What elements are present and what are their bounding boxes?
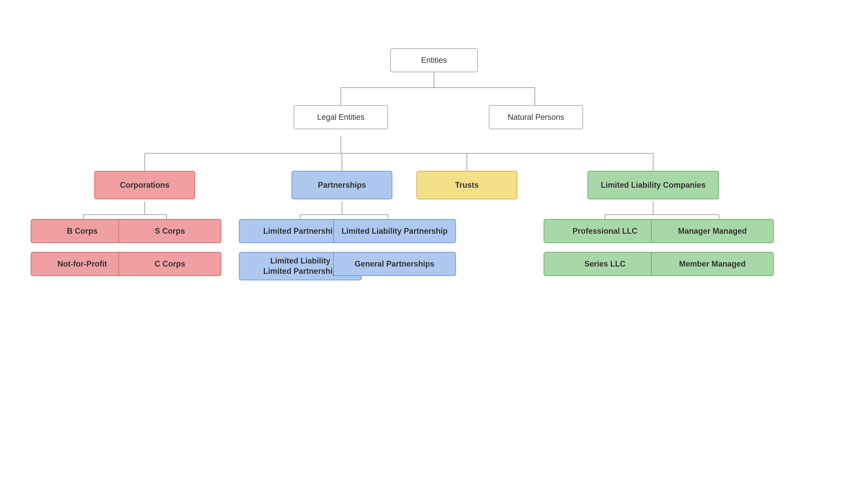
c-corps-node[interactable]: C Corps <box>118 252 221 276</box>
general-partnerships-node[interactable]: General Partnerships <box>333 252 456 276</box>
connectors-svg <box>0 0 868 488</box>
llc-node[interactable]: Limited Liability Companies <box>587 171 719 199</box>
llp-node[interactable]: Limited Liability Partnership <box>333 219 456 243</box>
series-llc-node[interactable]: Series LLC <box>544 252 666 276</box>
professional-llc-node[interactable]: Professional LLC <box>544 219 666 243</box>
legal-entities-node[interactable]: Legal Entities <box>294 105 388 129</box>
corporations-node[interactable]: Corporations <box>94 171 195 199</box>
member-managed-node[interactable]: Member Managed <box>651 252 774 276</box>
org-chart: Entities Legal Entities Natural Persons … <box>0 0 868 488</box>
manager-managed-node[interactable]: Manager Managed <box>651 219 774 243</box>
natural-persons-node[interactable]: Natural Persons <box>489 105 583 129</box>
entities-node[interactable]: Entities <box>390 48 478 72</box>
trusts-node[interactable]: Trusts <box>416 171 517 199</box>
partnerships-node[interactable]: Partnerships <box>291 171 392 199</box>
s-corps-node[interactable]: S Corps <box>118 219 221 243</box>
